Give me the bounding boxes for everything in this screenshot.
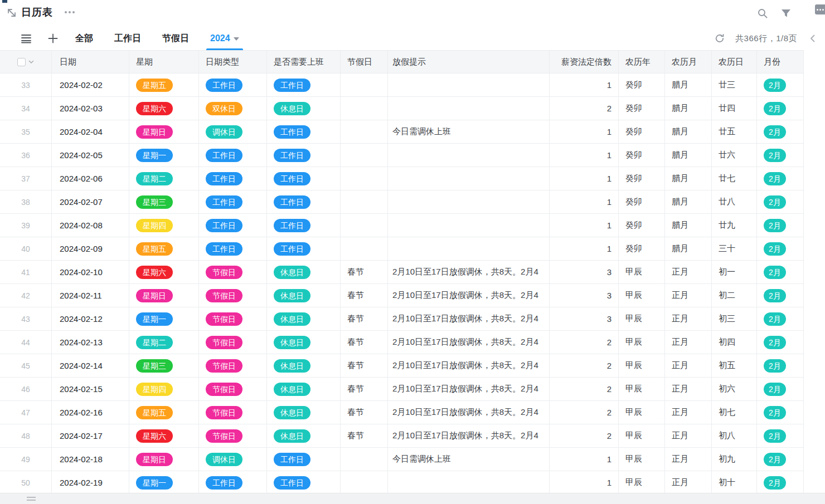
cell-holiday-notice[interactable] xyxy=(388,237,550,261)
cell-day-type[interactable]: 节假日 xyxy=(199,401,267,424)
cell-date[interactable]: 2024-02-12 xyxy=(52,307,129,331)
cell-need-work[interactable]: 休息日 xyxy=(267,378,341,401)
cell-holiday[interactable]: 春节 xyxy=(341,284,388,307)
drag-handle-icon[interactable] xyxy=(27,497,36,501)
cell-holiday[interactable] xyxy=(341,471,388,495)
cell-lunar-year[interactable]: 甲辰 xyxy=(619,424,665,448)
cell-row-number[interactable]: 50 xyxy=(0,471,52,495)
cell-need-work[interactable]: 休息日 xyxy=(267,354,341,378)
cell-row-number[interactable]: 37 xyxy=(0,167,52,190)
cell-holiday-notice[interactable] xyxy=(388,190,550,214)
cell-holiday[interactable]: 春节 xyxy=(341,354,388,378)
cell-weekday[interactable]: 星期一 xyxy=(129,307,199,331)
cell-lunar-month[interactable]: 正月 xyxy=(665,354,712,378)
cell-date[interactable]: 2024-02-17 xyxy=(52,424,129,448)
cell-lunar-day[interactable]: 初八 xyxy=(712,424,757,448)
cell-lunar-month[interactable]: 正月 xyxy=(665,448,712,471)
cell-lunar-year[interactable]: 癸卯 xyxy=(619,214,665,237)
cell-holiday-notice[interactable] xyxy=(388,144,550,167)
cell-holiday[interactable] xyxy=(341,74,388,97)
cell-date[interactable]: 2024-02-02 xyxy=(52,74,129,97)
cell-lunar-year[interactable]: 癸卯 xyxy=(619,167,665,190)
chevron-left-icon[interactable] xyxy=(805,31,821,46)
cell-lunar-month[interactable]: 正月 xyxy=(665,284,712,307)
cell-pay-multiplier[interactable]: 2 xyxy=(550,424,619,448)
cell-row-number[interactable]: 46 xyxy=(0,378,52,401)
cell-lunar-day[interactable]: 初二 xyxy=(712,284,757,307)
cell-row-number[interactable]: 36 xyxy=(0,144,52,167)
cell-lunar-month[interactable]: 正月 xyxy=(665,307,712,331)
select-all-checkbox[interactable] xyxy=(17,58,26,66)
cell-pay-multiplier[interactable]: 1 xyxy=(550,190,619,214)
cell-row-number[interactable]: 42 xyxy=(0,284,52,307)
cell-month[interactable]: 2月 xyxy=(757,284,804,307)
view-tab-2024[interactable]: 2024 xyxy=(210,27,240,50)
cell-row-number[interactable]: 41 xyxy=(0,261,52,284)
cell-date[interactable]: 2024-02-08 xyxy=(52,214,129,237)
cell-weekday[interactable]: 星期四 xyxy=(129,378,199,401)
cell-holiday[interactable] xyxy=(341,144,388,167)
cell-holiday-notice[interactable]: 2月10日至17日放假调休，共8天。2月4 xyxy=(388,401,550,424)
cell-lunar-day[interactable]: 廿九 xyxy=(712,214,757,237)
cell-need-work[interactable]: 休息日 xyxy=(267,424,341,448)
cell-need-work[interactable]: 工作日 xyxy=(267,120,341,144)
cell-lunar-year[interactable]: 甲辰 xyxy=(619,261,665,284)
cell-lunar-month[interactable]: 腊月 xyxy=(665,120,712,144)
cell-month[interactable]: 2月 xyxy=(757,97,804,120)
header-cell-multiplier[interactable]: 薪资法定倍数 xyxy=(550,51,619,74)
header-cell-holiday[interactable]: 节假日 xyxy=(341,51,388,74)
cell-need-work[interactable]: 工作日 xyxy=(267,471,341,495)
cell-day-type[interactable]: 工作日 xyxy=(199,214,267,237)
cell-weekday[interactable]: 星期日 xyxy=(129,120,199,144)
cell-date[interactable]: 2024-02-19 xyxy=(52,471,129,495)
search-icon[interactable] xyxy=(755,6,770,21)
cell-lunar-day[interactable]: 三十 xyxy=(712,237,757,261)
cell-day-type[interactable]: 双休日 xyxy=(199,97,267,120)
header-cell-lunar_day[interactable]: 农历日 xyxy=(712,51,757,74)
cell-holiday[interactable] xyxy=(341,167,388,190)
cell-weekday[interactable]: 星期二 xyxy=(129,331,199,354)
cell-month[interactable]: 2月 xyxy=(757,354,804,378)
cell-holiday-notice[interactable]: 2月10日至17日放假调休，共8天。2月4 xyxy=(388,378,550,401)
cell-lunar-day[interactable]: 廿六 xyxy=(712,144,757,167)
cell-lunar-year[interactable]: 甲辰 xyxy=(619,284,665,307)
cell-lunar-month[interactable]: 腊月 xyxy=(665,214,712,237)
cell-weekday[interactable]: 星期六 xyxy=(129,424,199,448)
cell-holiday-notice[interactable]: 2月10日至17日放假调休，共8天。2月4 xyxy=(388,331,550,354)
cell-month[interactable]: 2月 xyxy=(757,144,804,167)
cell-date[interactable]: 2024-02-11 xyxy=(52,284,129,307)
cell-holiday[interactable] xyxy=(341,214,388,237)
cell-day-type[interactable]: 节假日 xyxy=(199,354,267,378)
cell-month[interactable]: 2月 xyxy=(757,448,804,471)
cell-lunar-day[interactable]: 初六 xyxy=(712,378,757,401)
cell-lunar-month[interactable]: 正月 xyxy=(665,378,712,401)
cell-lunar-year[interactable]: 甲辰 xyxy=(619,448,665,471)
cell-lunar-day[interactable]: 廿八 xyxy=(712,190,757,214)
cell-day-type[interactable]: 节假日 xyxy=(199,378,267,401)
cell-lunar-day[interactable]: 廿四 xyxy=(712,97,757,120)
cell-lunar-day[interactable]: 初三 xyxy=(712,307,757,331)
view-tab-工作日[interactable]: 工作日 xyxy=(114,27,142,50)
cell-pay-multiplier[interactable]: 1 xyxy=(550,448,619,471)
cell-lunar-month[interactable]: 腊月 xyxy=(665,190,712,214)
cell-row-number[interactable]: 48 xyxy=(0,424,52,448)
cell-weekday[interactable]: 星期日 xyxy=(129,448,199,471)
cell-date[interactable]: 2024-02-13 xyxy=(52,331,129,354)
cell-lunar-month[interactable]: 腊月 xyxy=(665,74,712,97)
cell-holiday[interactable]: 春节 xyxy=(341,401,388,424)
cell-date[interactable]: 2024-02-10 xyxy=(52,261,129,284)
cell-pay-multiplier[interactable]: 3 xyxy=(550,261,619,284)
cell-day-type[interactable]: 节假日 xyxy=(199,307,267,331)
cell-pay-multiplier[interactable]: 1 xyxy=(550,471,619,495)
cell-month[interactable]: 2月 xyxy=(757,378,804,401)
cell-date[interactable]: 2024-02-03 xyxy=(52,97,129,120)
cell-month[interactable]: 2月 xyxy=(757,331,804,354)
cell-holiday-notice[interactable]: 今日需调休上班 xyxy=(388,120,550,144)
filter-icon[interactable] xyxy=(778,6,794,21)
cell-day-type[interactable]: 工作日 xyxy=(199,471,267,495)
more-box-icon[interactable] xyxy=(815,4,825,14)
cell-need-work[interactable]: 休息日 xyxy=(267,97,341,120)
cell-day-type[interactable]: 工作日 xyxy=(199,144,267,167)
cell-row-number[interactable]: 39 xyxy=(0,214,52,237)
cell-pay-multiplier[interactable]: 1 xyxy=(550,214,619,237)
